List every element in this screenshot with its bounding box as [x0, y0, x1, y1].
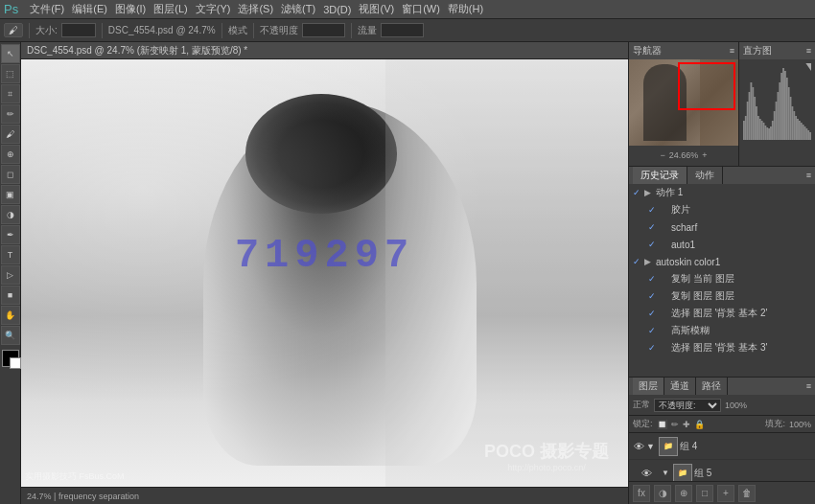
layer-mask-btn[interactable]: ◑: [654, 485, 671, 502]
svg-rect-19: [778, 92, 780, 140]
history-item-gaussian[interactable]: ✓ 高斯模糊: [629, 322, 815, 339]
flow-input[interactable]: 100%: [381, 23, 424, 37]
history-menu-icon[interactable]: ≡: [806, 171, 811, 180]
layer-group-btn[interactable]: □: [696, 485, 713, 502]
lock-paint-btn[interactable]: ✏: [671, 420, 679, 429]
poco-watermark: POCO 摄影专题 http://photo.poco.cn/: [484, 440, 609, 472]
menu-help[interactable]: 帮助(H): [448, 2, 483, 16]
dodge-tool[interactable]: ◑: [1, 205, 20, 224]
canvas-tab[interactable]: DSC_4554.psd @ 24.7% (新变映射 1, 蒙版预览/8) *: [21, 42, 628, 59]
svg-rect-34: [804, 126, 806, 140]
eyedropper-tool[interactable]: ✏: [1, 104, 20, 124]
text-tool[interactable]: T: [1, 245, 20, 264]
layer-expand-group4[interactable]: ▼: [646, 442, 655, 451]
shape-tool[interactable]: ■: [1, 286, 20, 305]
navigator-zoom-bar: − 24.66% +: [629, 146, 738, 165]
poco-brand: POCO 摄影专题: [484, 440, 609, 463]
history-item-action1[interactable]: ✓ ▶ 动作 1: [629, 184, 815, 201]
history-item-select2[interactable]: ✓ 选择 图层 '背景 基本 3': [629, 339, 815, 356]
pen-tool[interactable]: ✒: [1, 225, 20, 244]
layer-expand-group5[interactable]: ▼: [662, 469, 669, 477]
menu-image[interactable]: 图像(I): [115, 2, 146, 16]
svg-rect-36: [807, 130, 809, 140]
menu-3d[interactable]: 3D(D): [323, 4, 351, 15]
crop-tool[interactable]: ⌗: [1, 84, 20, 103]
zoom-out-btn[interactable]: −: [660, 150, 664, 160]
layer-adjustment-btn[interactable]: ⊕: [675, 485, 692, 502]
svg-rect-31: [799, 121, 801, 140]
svg-rect-26: [790, 97, 792, 140]
lock-position-btn[interactable]: ✚: [683, 420, 690, 429]
blend-mode-select[interactable]: 不透明度:: [654, 399, 721, 412]
history-item-copy2[interactable]: ✓ 复制 图层 图层: [629, 287, 815, 305]
history-item-scharf[interactable]: ✓ scharf: [629, 218, 815, 236]
menu-edit[interactable]: 编辑(E): [72, 2, 107, 16]
svg-rect-18: [776, 102, 778, 140]
zoom-tool[interactable]: 🔍: [1, 326, 20, 345]
history-label3: scharf: [671, 222, 697, 233]
history-item-auto1[interactable]: ✓ auto1: [629, 236, 815, 253]
canvas-content[interactable]: 719297 POCO 摄影专题 http://photo.poco.cn/ 实…: [21, 59, 628, 487]
menu-file[interactable]: 文件(F): [30, 2, 64, 16]
navigator-menu-icon[interactable]: ≡: [730, 46, 734, 56]
menu-view[interactable]: 视图(V): [359, 2, 394, 16]
layer-visibility-group4[interactable]: 👁: [631, 441, 646, 452]
history-panel: 历史记录 动作 ≡ ✓ ▶ 动作 1 ✓ 胶片 ✓: [629, 167, 815, 378]
history-label5: autoskin color1: [656, 257, 720, 267]
foreground-color[interactable]: [2, 350, 19, 367]
menu-select[interactable]: 选择(S): [238, 2, 273, 16]
layers-tab-paths[interactable]: 路径: [696, 378, 728, 395]
navigator-preview[interactable]: [629, 59, 738, 146]
opacity-input[interactable]: 84%: [302, 23, 345, 37]
layers-menu-icon[interactable]: ≡: [806, 381, 811, 391]
poco-url: http://photo.poco.cn/: [484, 463, 609, 472]
fill-value: 100%: [789, 420, 811, 429]
history-item-copy1[interactable]: ✓ 复制 当前 图层: [629, 270, 815, 287]
menu-window[interactable]: 窗口(W): [402, 2, 440, 16]
menu-filter[interactable]: 滤镜(T): [281, 2, 315, 16]
history-item-select1[interactable]: ✓ 选择 图层 '背景 基本 2': [629, 305, 815, 322]
navigator-selection-box[interactable]: [678, 62, 735, 110]
gradient-tool[interactable]: ▣: [1, 185, 20, 204]
bottom-left-watermark: 实用摄影技巧 FsBus.CoM: [25, 470, 125, 483]
history-item-film[interactable]: ✓ 胶片: [629, 201, 815, 218]
histogram-menu-icon[interactable]: ≡: [806, 46, 811, 56]
path-tool[interactable]: ▷: [1, 265, 20, 285]
history-tab-history[interactable]: 历史记录: [633, 167, 687, 184]
lasso-tool[interactable]: ⬚: [1, 64, 20, 83]
history-item-apply[interactable]: ✓ 应用图像: [629, 356, 815, 358]
layer-group4[interactable]: 👁 ▼ 📁 组 4: [629, 433, 815, 460]
history-arrow: ▶: [644, 188, 656, 197]
lock-transparent-btn[interactable]: 🔲: [657, 420, 667, 429]
lock-all-btn[interactable]: 🔒: [694, 420, 705, 429]
history-item-autoskin[interactable]: ✓ ▶ autoskin color1: [629, 253, 815, 270]
hand-tool[interactable]: ✋: [1, 306, 20, 325]
layer-new-btn[interactable]: +: [717, 485, 734, 502]
svg-rect-9: [759, 119, 761, 140]
layer-visibility-group5[interactable]: 👁: [639, 468, 654, 479]
layer-delete-btn[interactable]: 🗑: [738, 485, 756, 502]
layer-group5[interactable]: 👁 ▼ 📁 组 5: [629, 460, 815, 481]
menu-text[interactable]: 文字(Y): [196, 2, 231, 16]
svg-rect-16: [772, 121, 774, 140]
move-tool[interactable]: ↖: [1, 44, 20, 63]
menu-layer[interactable]: 图层(L): [153, 2, 187, 16]
brush-preset[interactable]: 🖌: [4, 23, 23, 37]
clone-tool[interactable]: ⊕: [1, 145, 20, 164]
svg-rect-5: [752, 87, 754, 140]
brush-tool[interactable]: 🖌: [1, 125, 20, 144]
layers-tab-channels[interactable]: 通道: [664, 378, 696, 395]
toolbar-separator3: [221, 23, 222, 38]
eraser-tool[interactable]: ◻: [1, 165, 20, 184]
histogram-label: 直方图: [743, 44, 772, 57]
svg-rect-3: [749, 92, 751, 140]
layer-fx-btn[interactable]: fx: [633, 485, 650, 502]
opacity-value: 100%: [725, 401, 747, 410]
svg-rect-14: [768, 128, 770, 140]
brush-size-input[interactable]: 250: [61, 23, 96, 37]
layers-tab-layers[interactable]: 图层: [633, 378, 664, 395]
toolbar-separator: [29, 23, 30, 38]
zoom-in-btn[interactable]: +: [702, 150, 707, 160]
svg-rect-0: [743, 121, 745, 140]
history-tab-actions[interactable]: 动作: [687, 167, 723, 184]
